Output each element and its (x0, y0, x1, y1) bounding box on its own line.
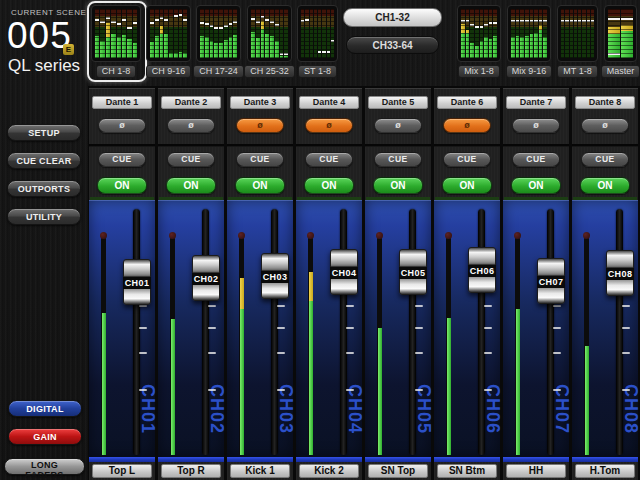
meter-block-ch25-32[interactable] (247, 5, 292, 62)
fader-cap[interactable]: CH06 (468, 247, 496, 293)
fader-scale-tick (553, 389, 561, 391)
meter-bar (582, 9, 585, 58)
channel-name-label[interactable]: Kick 2 (299, 464, 359, 478)
meter-block-label[interactable]: Mix 9-16 (507, 65, 551, 78)
cue-button[interactable]: CUE (443, 152, 491, 167)
port-label[interactable]: Dante 2 (161, 96, 221, 109)
meter-bar (530, 9, 534, 58)
channel-name-label[interactable]: H.Tom (575, 464, 635, 478)
port-label[interactable]: Dante 5 (368, 96, 428, 109)
meter-block-mix1-8[interactable] (457, 5, 501, 62)
meter-bar (470, 9, 474, 58)
channel-name-label[interactable]: Top R (161, 464, 221, 478)
meter-peak-mark (530, 20, 534, 22)
channel-name-label[interactable]: SN Top (368, 464, 428, 478)
cue-button[interactable]: CUE (167, 152, 215, 167)
port-label[interactable]: Dante 8 (575, 96, 635, 109)
port-label[interactable]: Dante 4 (299, 96, 359, 109)
cue-button[interactable]: CUE (374, 152, 422, 167)
meter-bar (95, 9, 99, 58)
phase-button[interactable]: ø (512, 118, 560, 133)
meter-peak-mark (122, 19, 126, 21)
meter-extra-mark (608, 53, 620, 55)
on-button[interactable]: ON (235, 177, 285, 194)
bank-ch1-32-button[interactable]: CH1-32 (343, 8, 442, 27)
on-button[interactable]: ON (442, 177, 492, 194)
phase-button[interactable]: ø (581, 118, 629, 133)
fader-scale-tick (622, 352, 630, 354)
meter-block-label[interactable]: CH 1-8 (91, 65, 141, 78)
meter-bar (179, 9, 183, 58)
fader-cap[interactable]: CH01 (123, 259, 151, 305)
meter-block-st1-8[interactable] (297, 5, 338, 62)
cue-button[interactable]: CUE (98, 152, 146, 167)
cue-clear-button[interactable]: CUE CLEAR (7, 152, 81, 169)
meter-block-mix9-16[interactable] (507, 5, 551, 62)
meter-bar (127, 9, 131, 58)
meter-peak-mark (318, 51, 321, 53)
meter-bar (587, 9, 590, 58)
meter-block-label[interactable]: CH 9-16 (146, 65, 191, 78)
port-label[interactable]: Dante 6 (437, 96, 497, 109)
meter-block-label[interactable]: MT 1-8 (557, 65, 598, 78)
digital-button[interactable]: DIGITAL (8, 400, 82, 417)
meter-bar (205, 9, 209, 58)
meter-bar (169, 9, 173, 58)
channel-name-label[interactable]: Top L (92, 464, 152, 478)
cue-button[interactable]: CUE (512, 152, 560, 167)
fader-cap[interactable]: CH07 (537, 258, 565, 304)
on-button[interactable]: ON (166, 177, 216, 194)
outports-button[interactable]: OUTPORTS (7, 180, 81, 197)
cue-button[interactable]: CUE (581, 152, 629, 167)
on-button[interactable]: ON (511, 177, 561, 194)
meter-block-ch17-24[interactable] (196, 5, 241, 62)
fader-cap[interactable]: CH03 (261, 253, 289, 299)
meter-block-master[interactable] (604, 5, 637, 62)
meter-yellow-segment (466, 30, 470, 33)
port-label[interactable]: Dante 7 (506, 96, 566, 109)
utility-button[interactable]: UTILITY (7, 208, 81, 225)
fader-panel: CH06CH06 (434, 200, 500, 457)
fader-cap[interactable]: CH02 (192, 255, 220, 301)
long-faders-button[interactable]: LONG FADERS (4, 458, 85, 475)
on-button[interactable]: ON (580, 177, 630, 194)
port-label[interactable]: Dante 1 (92, 96, 152, 109)
meter-block-ch9-16[interactable] (146, 5, 191, 62)
setup-button[interactable]: SETUP (7, 124, 81, 141)
meter-peak-mark (133, 22, 137, 24)
meter-peak-mark (214, 27, 218, 29)
channel-name-label[interactable]: HH (506, 464, 566, 478)
meter-block-label[interactable]: Mix 1-8 (457, 65, 501, 78)
fader-scale-tick (208, 352, 216, 354)
phase-button[interactable]: ø (236, 118, 284, 133)
on-button[interactable]: ON (97, 177, 147, 194)
fader-cap[interactable]: CH04 (330, 249, 358, 295)
gain-button[interactable]: GAIN (8, 428, 82, 445)
channel-name-label[interactable]: Kick 1 (230, 464, 290, 478)
meter-block-label[interactable]: CH 25-32 (247, 65, 292, 78)
meter-block-label[interactable]: Master (604, 65, 637, 78)
cue-button[interactable]: CUE (236, 152, 284, 167)
cue-button[interactable]: CUE (305, 152, 353, 167)
meter-block-label[interactable]: CH 17-24 (196, 65, 241, 78)
meter-level (233, 35, 237, 58)
meter-peak-mark (322, 51, 325, 53)
phase-button[interactable]: ø (98, 118, 146, 133)
phase-button[interactable]: ø (443, 118, 491, 133)
meter-bar (133, 9, 137, 58)
meter-block-mt1-8[interactable] (557, 5, 598, 62)
meter-block-ch1-8[interactable] (91, 5, 141, 62)
phase-button[interactable]: ø (305, 118, 353, 133)
on-button[interactable]: ON (373, 177, 423, 194)
fader-cap[interactable]: CH05 (399, 249, 427, 295)
meter-peak-mark (561, 20, 564, 22)
phase-button[interactable]: ø (374, 118, 422, 133)
bank-ch33-64-button[interactable]: CH33-64 (346, 36, 439, 54)
port-label[interactable]: Dante 3 (230, 96, 290, 109)
fader-cap[interactable]: CH08 (606, 250, 634, 296)
meter-block-label-text: CH 1-8 (96, 65, 137, 78)
on-button[interactable]: ON (304, 177, 354, 194)
channel-name-label[interactable]: SN Btm (437, 464, 497, 478)
meter-block-label[interactable]: ST 1-8 (297, 65, 338, 78)
phase-button[interactable]: ø (167, 118, 215, 133)
